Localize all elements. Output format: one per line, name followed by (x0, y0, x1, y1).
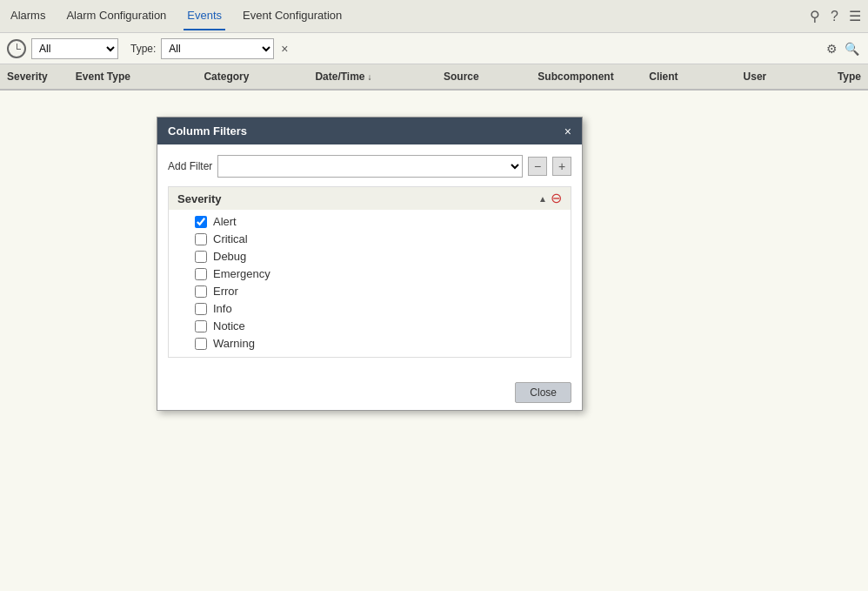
add-filter-label: Add Filter (168, 160, 212, 172)
list-item[interactable]: Notice (195, 319, 560, 332)
error-label: Error (213, 285, 238, 298)
col-category[interactable]: Category (197, 71, 308, 83)
list-item[interactable]: Warning (195, 337, 560, 350)
list-item[interactable]: Info (195, 302, 560, 315)
list-item[interactable]: Emergency (195, 267, 560, 280)
critical-label: Critical (213, 232, 248, 245)
sort-arrow-icon: ↓ (368, 72, 372, 82)
column-filters-modal: Column Filters × Add Filter − + Seve (157, 117, 583, 411)
col-subcomponent[interactable]: Subcomponent (531, 71, 642, 83)
emergency-checkbox[interactable] (195, 268, 207, 280)
list-item[interactable]: Alert (195, 215, 560, 228)
severity-checkbox-list: Alert Critical Debug Emergency (169, 210, 571, 357)
clock-button[interactable] (7, 39, 26, 58)
column-headers: Severity Event Type Category Date/Time ↓… (0, 64, 868, 91)
nav-right-icons: ⚲ ? ☰ (810, 8, 861, 24)
alert-label: Alert (213, 215, 237, 228)
severity-section-label: Severity (177, 192, 222, 205)
alert-checkbox[interactable] (195, 216, 207, 228)
modal-header: Column Filters × (157, 118, 582, 144)
notice-checkbox[interactable] (195, 320, 207, 332)
type-dropdown[interactable]: All (161, 38, 274, 59)
nav-item-alarms[interactable]: Alarms (7, 2, 49, 30)
toolbar-right: ⚙ 🔍 (825, 40, 861, 57)
all-dropdown[interactable]: All (31, 38, 118, 59)
critical-checkbox[interactable] (195, 233, 207, 245)
modal-body: Add Filter − + Severity ▲ ⊖ (157, 144, 582, 375)
notice-label: Notice (213, 319, 245, 332)
list-item[interactable]: Debug (195, 250, 560, 263)
help-icon[interactable]: ? (831, 9, 838, 24)
col-source[interactable]: Source (437, 71, 531, 83)
settings-button[interactable]: ⚙ (825, 40, 839, 57)
error-checkbox[interactable] (195, 285, 207, 298)
list-item[interactable]: Critical (195, 232, 560, 245)
warning-label: Warning (213, 337, 255, 350)
severity-filter-section: Severity ▲ ⊖ Alert Critical (168, 186, 571, 358)
all-dropdown-wrapper: All (31, 38, 118, 59)
nav-items: Alarms Alarm Configuration Events Event … (7, 2, 345, 30)
nav-item-alarm-config[interactable]: Alarm Configuration (63, 2, 170, 30)
main-content: Column Filters × Add Filter − + Seve (0, 91, 868, 591)
col-severity[interactable]: Severity (0, 71, 69, 83)
clear-button[interactable]: × (279, 42, 290, 56)
add-filter-button[interactable]: + (552, 157, 571, 176)
modal-title: Column Filters (168, 124, 247, 138)
menu-icon[interactable]: ☰ (849, 8, 861, 24)
close-modal-button[interactable]: Close (515, 382, 571, 403)
warning-checkbox[interactable] (195, 338, 207, 350)
info-label: Info (213, 302, 232, 315)
modal-close-button[interactable]: × (564, 125, 571, 138)
nav-item-events[interactable]: Events (184, 2, 225, 30)
remove-section-button[interactable]: ⊖ (551, 191, 562, 205)
info-checkbox[interactable] (195, 303, 207, 315)
type-label: Type: (130, 43, 156, 55)
severity-section-header: Severity ▲ ⊖ (169, 187, 571, 210)
col-datetime[interactable]: Date/Time ↓ (308, 71, 437, 83)
emergency-label: Emergency (213, 267, 270, 280)
col-client[interactable]: Client (642, 71, 736, 83)
modal-footer: Close (157, 375, 582, 410)
collapse-section-button[interactable]: ▲ (538, 194, 547, 204)
search-icon[interactable]: ⚲ (810, 8, 820, 24)
col-user[interactable]: User (737, 71, 831, 83)
col-event-type[interactable]: Event Type (69, 71, 197, 83)
toolbar-search-button[interactable]: 🔍 (843, 40, 861, 57)
list-item[interactable]: Error (195, 285, 560, 298)
col-type[interactable]: Type (831, 71, 868, 83)
add-filter-row: Add Filter − + (168, 155, 571, 178)
add-filter-dropdown[interactable] (217, 155, 523, 178)
severity-section-controls: ▲ ⊖ (538, 191, 562, 205)
debug-label: Debug (213, 250, 246, 263)
debug-checkbox[interactable] (195, 251, 207, 263)
top-navigation: Alarms Alarm Configuration Events Event … (0, 0, 868, 33)
remove-filter-button[interactable]: − (528, 157, 547, 176)
toolbar: All Type: All × ⚙ 🔍 (0, 33, 868, 64)
nav-item-event-config[interactable]: Event Configuration (239, 2, 345, 30)
